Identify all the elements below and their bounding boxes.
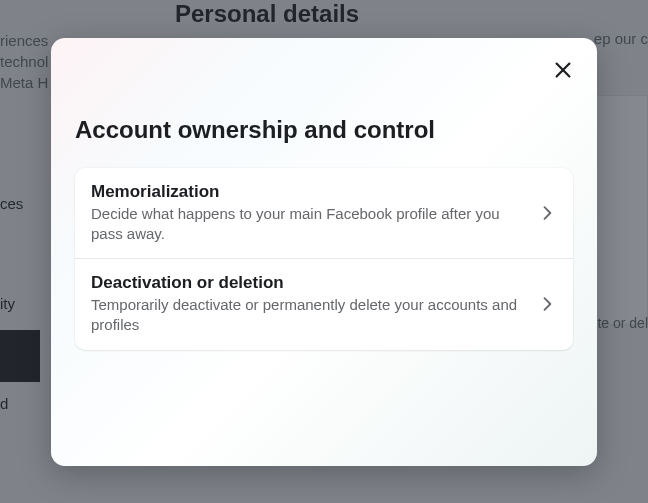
list-item-description: Decide what happens to your main Faceboo… xyxy=(91,204,525,245)
list-item-content: Memorialization Decide what happens to y… xyxy=(91,182,537,245)
list-item-content: Deactivation or deletion Temporarily dea… xyxy=(91,273,537,336)
chevron-right-icon xyxy=(537,294,557,314)
modal-title: Account ownership and control xyxy=(75,116,573,144)
list-item-description: Temporarily deactivate or permanently de… xyxy=(91,295,525,336)
list-item-title: Memorialization xyxy=(91,182,525,202)
close-icon xyxy=(552,59,574,81)
close-button[interactable] xyxy=(547,54,579,86)
chevron-right-icon xyxy=(537,203,557,223)
deactivation-deletion-item[interactable]: Deactivation or deletion Temporarily dea… xyxy=(75,258,573,350)
memorialization-item[interactable]: Memorialization Decide what happens to y… xyxy=(75,168,573,259)
list-item-title: Deactivation or deletion xyxy=(91,273,525,293)
account-ownership-modal: Account ownership and control Memorializ… xyxy=(51,38,597,466)
modal-overlay: Account ownership and control Memorializ… xyxy=(0,0,648,503)
options-card: Memorialization Decide what happens to y… xyxy=(75,168,573,350)
